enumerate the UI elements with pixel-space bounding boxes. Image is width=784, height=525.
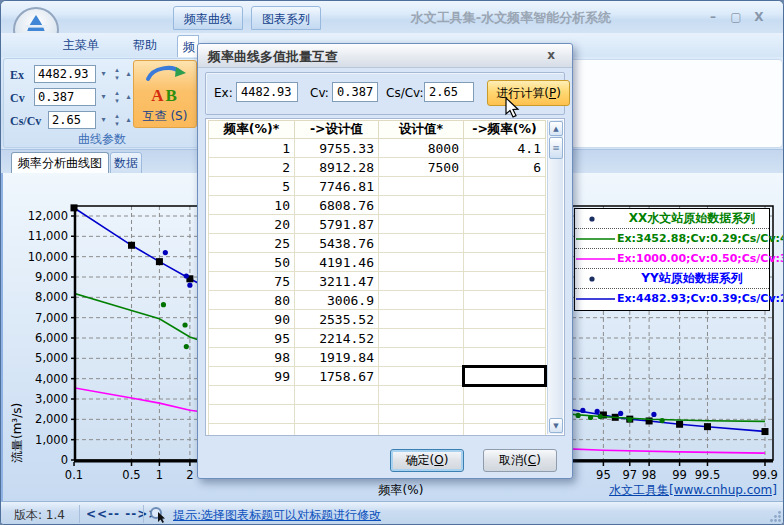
table-cell[interactable] <box>379 215 464 234</box>
table-cell[interactable] <box>379 405 464 424</box>
table-cell[interactable]: 7500 <box>379 158 464 177</box>
table-cell[interactable] <box>379 367 464 386</box>
table-cell[interactable] <box>295 424 379 437</box>
table-cell[interactable] <box>464 348 546 367</box>
table-cell[interactable]: 1758.67 <box>295 367 379 386</box>
ex-dropdown-icon[interactable]: ▾ <box>97 67 110 81</box>
table-cell[interactable]: 50 <box>209 253 295 272</box>
table-cell[interactable] <box>379 329 464 348</box>
cancel-button[interactable]: 取消(C) <box>483 449 557 472</box>
table-cell[interactable] <box>209 424 295 437</box>
table-cell[interactable]: 98 <box>209 348 295 367</box>
table-cell[interactable] <box>379 177 464 196</box>
table-cell[interactable] <box>379 424 464 437</box>
legend-entry[interactable]: Ex:1000.00;Cv:0.50;Cs/Cv:3.00 <box>575 249 769 269</box>
table-cell[interactable] <box>464 234 546 253</box>
ex-field[interactable]: 4482.93 <box>34 65 96 83</box>
scroll-down-icon[interactable]: ▼ <box>549 418 563 433</box>
table-cell[interactable]: 90 <box>209 310 295 329</box>
table-cell[interactable]: 95 <box>209 329 295 348</box>
status-tip[interactable]: 提示:选择图表标题可以对标题进行修改 <box>173 507 381 524</box>
table-cell[interactable]: 20 <box>209 215 295 234</box>
table-cell[interactable] <box>464 177 546 196</box>
table-cell[interactable]: 5438.76 <box>295 234 379 253</box>
calculate-button[interactable]: 进行计算(P) <box>487 80 570 106</box>
table-header[interactable]: ->频率(%) <box>464 121 546 139</box>
table-cell[interactable]: 4.1 <box>464 139 546 158</box>
tab-data[interactable]: 数据 <box>110 152 142 174</box>
table-cell[interactable]: 2 <box>209 158 295 177</box>
table-cell[interactable] <box>464 215 546 234</box>
table-cell[interactable]: 1 <box>209 139 295 158</box>
menu-main[interactable]: 主菜单 <box>63 36 99 55</box>
table-cell[interactable]: 9755.33 <box>295 139 379 158</box>
cv-field[interactable]: 0.387 <box>34 88 96 106</box>
table-cell[interactable] <box>464 253 546 272</box>
table-cell[interactable]: 25 <box>209 234 295 253</box>
ok-button[interactable]: 确定(O) <box>390 449 464 472</box>
table-cell[interactable] <box>295 386 379 405</box>
table-cell[interactable] <box>379 386 464 405</box>
table-cell[interactable]: 8000 <box>379 139 464 158</box>
table-cell[interactable] <box>379 272 464 291</box>
table-cell[interactable]: 75 <box>209 272 295 291</box>
tab-frequency-analysis-chart[interactable]: 频率分析曲线图 <box>11 152 109 174</box>
table-cell[interactable]: 3006.9 <box>295 291 379 310</box>
table-cell[interactable]: 5791.87 <box>295 215 379 234</box>
table-cell[interactable]: 99 <box>209 367 295 386</box>
cross-check-button[interactable]: AB 互查 (S) <box>133 60 197 128</box>
table-cell[interactable] <box>295 405 379 424</box>
table-cell[interactable]: 5 <box>209 177 295 196</box>
scroll-up-icon[interactable]: ▲ <box>549 121 563 136</box>
table-cell[interactable] <box>464 367 546 386</box>
legend-entry[interactable]: XX水文站原始数据系列 <box>575 209 769 229</box>
table-cell[interactable] <box>379 291 464 310</box>
table-cell[interactable] <box>209 405 295 424</box>
scroll-thumb[interactable]: ≡ <box>549 137 563 159</box>
table-cell[interactable]: 3211.47 <box>295 272 379 291</box>
table-cell[interactable] <box>464 386 546 405</box>
table-cell[interactable] <box>379 348 464 367</box>
table-cell[interactable]: 2535.52 <box>295 310 379 329</box>
ribbon-tab-chart-series[interactable]: 图表系列 <box>251 6 321 30</box>
table-cell[interactable]: 6808.76 <box>295 196 379 215</box>
table-cell[interactable] <box>464 291 546 310</box>
active-ribbon-tab-partial[interactable]: 频 <box>177 35 199 57</box>
cscv-field[interactable]: 2.65 <box>48 111 96 129</box>
legend-entry[interactable]: Ex:4482.93;Cv:0.39;Cs/Cv:2.65 <box>575 289 769 309</box>
table-scrollbar[interactable]: ▲ ≡ ▼ <box>547 120 563 434</box>
table-cell[interactable] <box>464 405 546 424</box>
table-cell[interactable]: 10 <box>209 196 295 215</box>
dialog-close-icon[interactable]: x <box>542 47 560 64</box>
dlg-ex-field[interactable]: 4482.93 <box>236 82 298 102</box>
table-header[interactable]: ->设计值 <box>295 121 379 139</box>
cscv-dropdown-icon[interactable]: ▾ <box>97 113 110 127</box>
table-cell[interactable]: 8912.28 <box>295 158 379 177</box>
table-cell[interactable]: 80 <box>209 291 295 310</box>
table-cell[interactable] <box>379 310 464 329</box>
table-cell[interactable] <box>209 386 295 405</box>
cv-dropdown-icon[interactable]: ▾ <box>97 90 110 104</box>
dialog-title-bar[interactable]: 频率曲线多值批量互查 x <box>198 44 572 68</box>
chart-legend[interactable]: XX水文站原始数据系列Ex:3452.88;Cv:0.29;Cs/Cv:4.11… <box>574 208 770 311</box>
legend-entry[interactable]: Ex:3452.88;Cv:0.29;Cs/Cv:4.11 <box>575 229 769 249</box>
legend-entry[interactable]: YY站原始数据系列 <box>575 269 769 289</box>
website-link[interactable]: 水文工具集[www.cnhup.com] <box>601 482 777 499</box>
minimize-icon[interactable]: – <box>704 10 722 25</box>
table-cell[interactable] <box>464 424 546 437</box>
maximize-icon[interactable]: ▢ <box>727 10 745 25</box>
dlg-cscv-field[interactable]: 2.65 <box>424 82 474 102</box>
table-cell[interactable]: 6 <box>464 158 546 177</box>
dlg-cv-field[interactable]: 0.387 <box>332 82 378 102</box>
menu-help[interactable]: 帮助 <box>133 36 157 55</box>
resize-grip-icon[interactable] <box>769 510 782 523</box>
table-cell[interactable]: 4191.46 <box>295 253 379 272</box>
table-cell[interactable]: 7746.81 <box>295 177 379 196</box>
table-cell[interactable] <box>464 310 546 329</box>
table-cell[interactable] <box>464 272 546 291</box>
query-table[interactable]: 频率(%)*->设计值设计值*->频率(%)19755.3380004.1289… <box>208 120 547 436</box>
table-cell[interactable]: 1919.84 <box>295 348 379 367</box>
ribbon-tab-frequency-curve[interactable]: 频率曲线 <box>173 6 243 30</box>
table-cell[interactable]: 2214.52 <box>295 329 379 348</box>
close-icon[interactable]: X <box>750 10 768 25</box>
